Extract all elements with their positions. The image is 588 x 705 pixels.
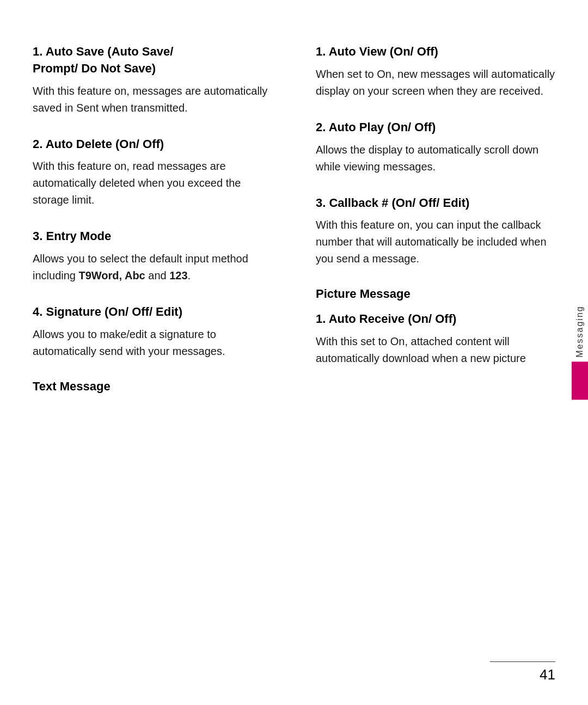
page-container: 1. Auto Save (Auto Save/Prompt/ Do Not S… xyxy=(0,0,588,705)
left-heading-2: 2. Auto Delete (On/ Off) xyxy=(33,136,272,153)
right-category: Picture Message xyxy=(316,287,555,301)
left-item-4: 4. Signature (On/ Off/ Edit) Allows you … xyxy=(33,304,272,360)
left-item-3: 3. Entry Mode Allows you to select the d… xyxy=(33,228,272,284)
left-column: 1. Auto Save (Auto Save/Prompt/ Do Not S… xyxy=(33,44,283,403)
picture-item-1: 1. Auto Receive (On/ Off) With this set … xyxy=(316,311,555,367)
right-column: 1. Auto View (On/ Off) When set to On, n… xyxy=(305,44,555,403)
left-body-2: With this feature on, read messages are … xyxy=(33,158,272,209)
right-body-2: Allows the display to automatically scro… xyxy=(316,142,555,175)
left-heading-3: 3. Entry Mode xyxy=(33,228,272,245)
left-body-4: Allows you to make/edit a signature to a… xyxy=(33,326,272,360)
left-heading-1: 1. Auto Save (Auto Save/Prompt/ Do Not S… xyxy=(33,44,272,77)
right-body-1: When set to On, new messages will automa… xyxy=(316,66,555,100)
picture-heading-1: 1. Auto Receive (On/ Off) xyxy=(316,311,555,328)
right-item-3: 3. Callback # (On/ Off/ Edit) With this … xyxy=(316,195,555,268)
left-body-1: With this feature on, messages are autom… xyxy=(33,83,272,117)
right-item-1: 1. Auto View (On/ Off) When set to On, n… xyxy=(316,44,555,100)
bottom-line xyxy=(490,661,555,662)
left-body-3: Allows you to select the default input m… xyxy=(33,250,272,284)
left-item-2: 2. Auto Delete (On/ Off) With this featu… xyxy=(33,136,272,209)
bottom-area: 41 xyxy=(490,661,555,683)
sidebar-tab-block xyxy=(572,361,588,400)
left-item-1: 1. Auto Save (Auto Save/Prompt/ Do Not S… xyxy=(33,44,272,117)
page-number: 41 xyxy=(540,666,555,683)
sidebar-tab: Messaging xyxy=(572,305,588,400)
right-item-2: 2. Auto Play (On/ Off) Allows the displa… xyxy=(316,119,555,175)
right-heading-1: 1. Auto View (On/ Off) xyxy=(316,44,555,60)
right-body-3: With this feature on, you can input the … xyxy=(316,217,555,267)
left-category: Text Message xyxy=(33,379,272,394)
picture-body-1: With this set to On, attached content wi… xyxy=(316,333,555,367)
sidebar-tab-label: Messaging xyxy=(575,305,585,357)
two-column-layout: 1. Auto Save (Auto Save/Prompt/ Do Not S… xyxy=(33,44,555,403)
right-heading-3: 3. Callback # (On/ Off/ Edit) xyxy=(316,195,555,212)
right-heading-2: 2. Auto Play (On/ Off) xyxy=(316,119,555,136)
left-heading-4: 4. Signature (On/ Off/ Edit) xyxy=(33,304,272,321)
